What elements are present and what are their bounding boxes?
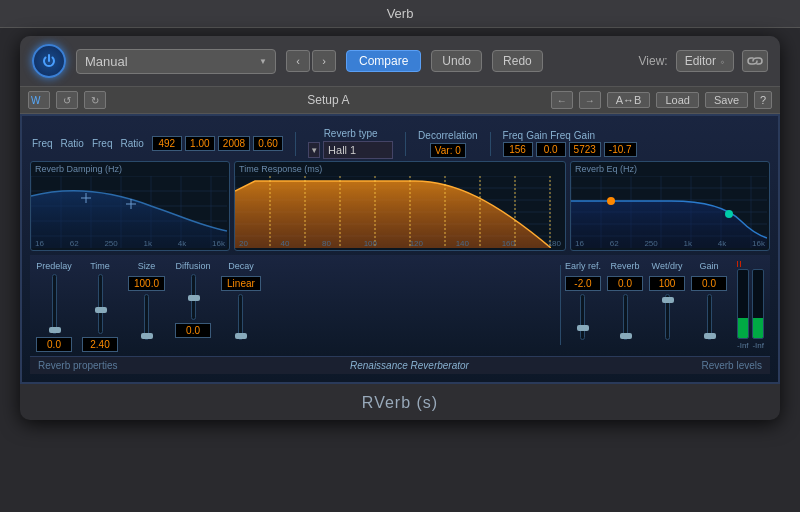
damping-canvas[interactable] [31, 176, 227, 248]
help-button[interactable]: ? [754, 91, 772, 109]
level-green-right [753, 318, 763, 338]
reverb-props-label: Reverb properties [38, 360, 117, 371]
ratio1-value[interactable]: 1.00 [185, 136, 215, 151]
reverb-levels-label: Reverb levels [701, 360, 762, 371]
forward-button[interactable]: › [312, 50, 336, 72]
eq-freq2-value[interactable]: 5723 [569, 142, 601, 157]
freq1-value[interactable]: 492 [152, 136, 182, 151]
diffusion-value[interactable]: 0.0 [175, 323, 211, 338]
gain-thumb[interactable] [704, 333, 716, 339]
inf-left-label: -Inf [737, 341, 749, 350]
early-ref-fader[interactable] [580, 294, 585, 340]
reverb-level-value[interactable]: 0.0 [607, 276, 643, 291]
preset-dropdown[interactable]: Manual ▼ [76, 49, 276, 74]
early-ref-group: Early ref. -2.0 [565, 261, 601, 340]
preset-left-arrow[interactable]: ← [551, 91, 573, 109]
gain-value[interactable]: 0.0 [691, 276, 727, 291]
reverb-type-dropdown[interactable]: Hall 1 [323, 141, 393, 159]
size-fader[interactable] [144, 294, 149, 340]
freq2-value[interactable]: 2008 [218, 136, 250, 151]
inf-right-label: -Inf [752, 341, 764, 350]
load-button[interactable]: Load [656, 92, 698, 108]
reverb-level-label: Reverb [610, 261, 639, 271]
eq-canvas[interactable] [571, 176, 767, 248]
window-title-bar: Verb [0, 0, 800, 28]
gain-fader[interactable] [707, 294, 712, 340]
size-thumb[interactable] [141, 333, 153, 339]
reverb-properties-section: Predelay 0.0 Time [36, 261, 556, 352]
footer-label: RVerb (s) [362, 394, 438, 411]
wet-dry-fader[interactable] [665, 294, 670, 340]
eq-display: Reverb Eq (Hz) 16 62 250 1k 4k 16k [570, 161, 770, 251]
undo-button[interactable]: Undo [431, 50, 482, 72]
top-bar: Manual ▼ ‹ › Compare Undo Redo View: Edi… [20, 36, 780, 87]
wet-dry-group: Wet/dry 100 [649, 261, 685, 340]
redo-button[interactable]: Redo [492, 50, 543, 72]
decay-value[interactable]: Linear [221, 276, 261, 291]
bottom-strip: Reverb properties Renaissance Reverberat… [30, 356, 770, 374]
wet-dry-value[interactable]: 100 [649, 276, 685, 291]
early-ref-thumb[interactable] [577, 325, 589, 331]
wet-dry-thumb[interactable] [662, 297, 674, 303]
gain-label: Gain [699, 261, 718, 271]
editor-dropdown-arrow-icon: ⬦ [720, 57, 725, 66]
early-ref-value[interactable]: -2.0 [565, 276, 601, 291]
time-display: Time Response (ms) 20 40 80 100 120 140 … [234, 161, 566, 251]
predelay-group: Predelay 0.0 [36, 261, 72, 352]
decay-thumb[interactable] [235, 333, 247, 339]
view-label: View: [639, 54, 668, 68]
damping-display: Reverb Damping (Hz) 16 62 250 1k 4k 16k [30, 161, 230, 251]
eq-freq2-label: Freq [550, 130, 571, 141]
wet-dry-label: Wet/dry [652, 261, 683, 271]
time-fader[interactable] [98, 274, 103, 334]
reverb-level-fader[interactable] [623, 294, 628, 340]
eq-gain2-value[interactable]: -10.7 [604, 142, 637, 157]
gain-group: Gain 0.0 [691, 261, 727, 340]
reverb-level-group: Reverb 0.0 [607, 261, 643, 340]
eq-gain1-value[interactable]: 0.0 [536, 142, 566, 157]
power-button[interactable] [32, 44, 66, 78]
ratio2-value[interactable]: 0.60 [253, 136, 283, 151]
main-window: Manual ▼ ‹ › Compare Undo Redo View: Edi… [20, 36, 780, 420]
eq-gain2-label: Gain [574, 130, 595, 141]
decay-fader[interactable] [238, 294, 243, 340]
window-footer: RVerb (s) [20, 384, 780, 420]
predelay-value[interactable]: 0.0 [36, 337, 72, 352]
diffusion-thumb[interactable] [188, 295, 200, 301]
compare-button[interactable]: Compare [346, 50, 421, 72]
preset-redo-button[interactable]: ↻ [84, 91, 106, 109]
freq1-label: Freq [32, 138, 53, 149]
predelay-thumb[interactable] [49, 327, 61, 333]
damping-ratio2-group: Ratio [120, 138, 143, 149]
reverb-level-thumb[interactable] [620, 333, 632, 339]
top-params: Freq Ratio Freq Ratio 492 1.00 2008 0.60… [30, 124, 770, 161]
time-thumb[interactable] [95, 307, 107, 313]
damping-title: Reverb Damping (Hz) [31, 162, 229, 176]
separator3 [490, 132, 491, 156]
eq-freq1-value[interactable]: 156 [503, 142, 533, 157]
preset-right-arrow[interactable]: → [579, 91, 601, 109]
diffusion-fader[interactable] [191, 274, 196, 320]
diffusion-label: Diffusion [176, 261, 211, 271]
level-meter-right [752, 269, 764, 339]
back-button[interactable]: ‹ [286, 50, 310, 72]
preset-name: Setup A [112, 93, 545, 107]
size-value[interactable]: 100.0 [128, 276, 165, 291]
eq-axis: 16 62 250 1k 4k 16k [575, 239, 765, 248]
level-meter-left [737, 269, 749, 339]
decay-group: Decay Linear [221, 261, 261, 340]
link-button[interactable] [742, 50, 768, 72]
props-levels-divider [560, 265, 561, 345]
decorrelation-value[interactable]: Var: 0 [430, 143, 466, 158]
ab-button[interactable]: A↔B [607, 92, 651, 108]
save-button[interactable]: Save [705, 92, 748, 108]
time-value[interactable]: 2.40 [82, 337, 118, 352]
eq-title: Reverb Eq (Hz) [571, 162, 769, 176]
reverb-type-arrow-icon[interactable]: ▼ [308, 142, 320, 158]
preset-undo-button[interactable]: ↺ [56, 91, 78, 109]
damping-freq1-group: Freq [32, 138, 53, 149]
predelay-fader[interactable] [52, 274, 57, 334]
time-canvas[interactable] [235, 176, 551, 248]
view-editor-dropdown[interactable]: Editor ⬦ [676, 50, 734, 72]
reverb-type-label: Reverb type [324, 128, 378, 139]
